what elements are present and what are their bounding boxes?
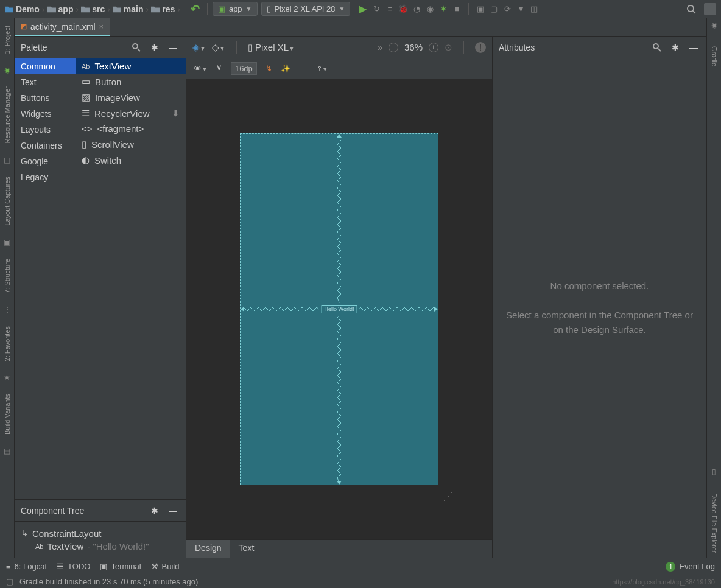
zoom-out-icon[interactable]: − — [389, 43, 398, 52]
button-icon: ▭ — [82, 76, 90, 87]
structure-icon: ⋮ — [4, 306, 11, 314]
download-icon[interactable]: ⬇ — [172, 108, 180, 119]
close-icon[interactable]: × — [99, 22, 104, 31]
orientation-icon[interactable]: ◇▼ — [212, 42, 225, 53]
search-icon[interactable] — [650, 41, 664, 54]
status-logcat[interactable]: ≡6: Logcat — [6, 562, 47, 571]
minimize-icon[interactable]: — — [166, 41, 180, 54]
palette-header: Palette ✱ — — [15, 37, 186, 58]
design-canvas[interactable]: Hello World! ⋰ — [186, 79, 492, 539]
palette-cat-containers[interactable]: Containers — [15, 138, 76, 153]
search-icon[interactable] — [684, 2, 698, 16]
attributes-header: Attributes ✱ — — [493, 37, 706, 58]
design-toolbar-secondary: 👁▼ ⊻ 16dp ↯ ✨ ⫯▼ — [186, 58, 492, 79]
rail-build-variants[interactable]: Build Variants — [4, 389, 11, 439]
crumb-app[interactable]: app — [47, 4, 74, 14]
tree-node-root[interactable]: ↳ConstraintLayout — [21, 527, 180, 540]
palette-item-imageview[interactable]: ▨ImageView — [76, 89, 186, 105]
warning-icon[interactable]: ! — [475, 42, 486, 53]
palette-cat-common[interactable]: Common — [15, 58, 76, 74]
tree-node-textview[interactable]: AbTextView- "Hello World!" — [21, 540, 180, 553]
minimize-icon[interactable]: — — [687, 41, 700, 54]
tab-design[interactable]: Design — [186, 540, 230, 558]
status-terminal[interactable]: ▣Terminal — [100, 562, 141, 571]
avatar[interactable] — [704, 3, 716, 15]
back-arrow-icon[interactable]: ↶ — [189, 2, 202, 16]
status-event-log[interactable]: 1Event Log — [666, 562, 715, 572]
gear-icon[interactable]: ✱ — [669, 41, 682, 54]
message-bar: ▢ Gradle build finished in 23 s 70 ms (5… — [0, 575, 721, 588]
attach-debugger-icon[interactable]: ✶ — [437, 2, 450, 16]
palette-cat-legacy[interactable]: Legacy — [15, 169, 76, 185]
sdk-manager-icon[interactable]: ▼ — [514, 2, 527, 16]
clear-constraints-icon[interactable]: ↯ — [266, 64, 272, 73]
search-icon[interactable] — [130, 41, 143, 54]
terminal-icon: ▣ — [100, 562, 107, 571]
default-margin-input[interactable]: 16dp — [231, 62, 257, 75]
status-build[interactable]: ⚒Build — [151, 562, 180, 571]
align-icon[interactable]: ⫯▼ — [318, 64, 328, 73]
palette-cat-buttons[interactable]: Buttons — [15, 90, 76, 106]
palette-cat-text[interactable]: Text — [15, 74, 76, 90]
infer-constraints-icon[interactable]: ✨ — [281, 64, 290, 73]
svg-point-0 — [688, 5, 694, 12]
eye-icon[interactable]: 👁▼ — [194, 64, 208, 73]
rail-layout-captures[interactable]: Layout Captures — [4, 172, 11, 231]
gear-icon[interactable]: ✱ — [148, 41, 161, 54]
rail-structure[interactable]: 7: Structure — [4, 254, 11, 298]
constraint-bottom-icon — [336, 314, 342, 485]
top-toolbar: Demo› app› src› main› res› ↶ ▣ app ▼ ▯ P… — [0, 0, 721, 18]
component-tree: ↳ConstraintLayout AbTextView- "Hello Wor… — [15, 522, 186, 558]
rail-favorites[interactable]: 2: Favorites — [4, 321, 11, 366]
logcat-icon: ≡ — [6, 562, 11, 571]
magnet-icon[interactable]: ⊻ — [216, 64, 222, 73]
device-picker[interactable]: ▯ Pixel XL▼ — [248, 42, 295, 53]
crumb-res[interactable]: res — [151, 4, 175, 14]
debug-icon[interactable]: 🐞 — [396, 2, 410, 16]
palette-item-scrollview[interactable]: ▯ScrollView — [76, 136, 186, 152]
variant-icon: ▤ — [4, 447, 10, 455]
gear-icon[interactable]: ✱ — [148, 504, 161, 517]
sync-icon[interactable]: ⟳ — [501, 2, 514, 16]
minimize-icon[interactable]: — — [166, 504, 180, 517]
more-icon[interactable]: » — [378, 42, 382, 52]
crumb-main[interactable]: main — [113, 4, 144, 14]
folder-plus-icon[interactable]: ▣ — [474, 2, 487, 16]
status-todo[interactable]: ☰TODO — [57, 562, 90, 571]
blueprint-icon[interactable]: ◈▼ — [192, 42, 206, 53]
stack-icon[interactable]: ≡ — [383, 2, 396, 16]
resource-icon: ◫ — [4, 156, 10, 164]
palette-cat-layouts[interactable]: Layouts — [15, 122, 76, 138]
stop-button[interactable]: ■ — [450, 2, 463, 16]
rail-gradle[interactable]: Gradle — [711, 41, 718, 71]
rail-project[interactable]: 1: Project — [4, 21, 11, 58]
palette-item-recyclerview[interactable]: ☰RecyclerView⬇ — [76, 105, 186, 121]
box-icon[interactable]: ◫ — [527, 2, 541, 16]
palette-item-fragment[interactable]: <><fragment> — [76, 121, 186, 136]
palette-cat-widgets[interactable]: Widgets — [15, 106, 76, 122]
speedometer-icon[interactable]: ◉ — [423, 2, 437, 16]
run-config-dropdown[interactable]: ▣ app ▼ — [213, 2, 258, 16]
apply-changes-icon[interactable]: ↻ — [370, 2, 383, 16]
chevron-down-icon: ▼ — [339, 5, 345, 12]
crumb-src[interactable]: src — [81, 4, 105, 14]
profiler-icon[interactable]: ◔ — [410, 2, 423, 16]
fit-icon[interactable]: ⊙ — [445, 42, 452, 53]
palette-item-switch[interactable]: ◐Switch — [76, 152, 186, 168]
resize-handle-icon[interactable]: ⋰ — [443, 489, 504, 551]
palette-cat-google[interactable]: Google — [15, 153, 76, 169]
rail-resource-manager[interactable]: Resource Manager — [4, 82, 11, 149]
run-button[interactable]: ▶ — [356, 2, 370, 16]
svg-point-1 — [133, 44, 138, 49]
device-frame[interactable]: Hello World! — [240, 133, 438, 485]
zoom-in-icon[interactable]: + — [429, 43, 438, 52]
device-config-dropdown[interactable]: ▯ Pixel 2 XL API 28 ▼ — [261, 2, 351, 16]
crumb-demo[interactable]: Demo — [5, 4, 40, 14]
avd-manager-icon[interactable]: ▢ — [487, 2, 501, 16]
tab-text[interactable]: Text — [230, 540, 263, 558]
palette-item-button[interactable]: ▭Button — [76, 74, 186, 89]
file-tab-activity-main[interactable]: ◩ activity_main.xml × — [15, 18, 110, 36]
rail-device-explorer[interactable]: Device File Explorer — [711, 488, 718, 558]
widget-textview[interactable]: Hello World! — [322, 305, 357, 313]
palette-item-textview[interactable]: AbTextView — [76, 58, 186, 74]
